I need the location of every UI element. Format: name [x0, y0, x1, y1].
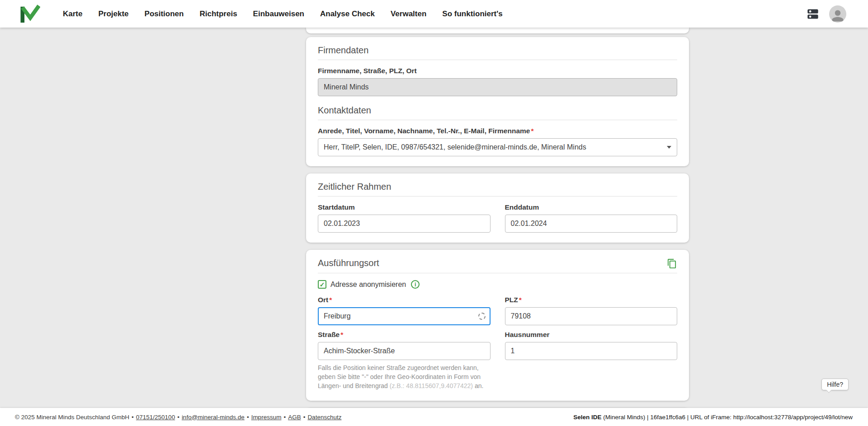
footer-link-datenschutz[interactable]: Datenschutz — [307, 414, 341, 421]
anonymize-checkbox[interactable]: ✓ — [318, 280, 326, 289]
footer-status: Selen IDE (Mineral Minds) | 16fae1ffc6a6… — [573, 414, 853, 421]
card-zeitlicher-rahmen: Zeitlicher Rahmen Startdatum Enddatum — [306, 173, 689, 243]
check-icon: ✓ — [320, 281, 325, 288]
info-icon[interactable]: i — [411, 280, 420, 289]
nav-item-karte[interactable]: Karte — [63, 9, 82, 19]
card-firmendaten: Firmendaten Firmenname, Straße, PLZ, Ort… — [306, 37, 689, 166]
footer-separator: • — [283, 414, 286, 421]
plz-field: PLZ* — [505, 296, 678, 325]
hausnummer-input[interactable] — [505, 342, 678, 360]
section-title-ausfuehrungsort: Ausführungsort — [318, 258, 379, 268]
divider — [318, 120, 677, 120]
startdatum-field: Startdatum — [318, 197, 491, 233]
footer-separator: • — [303, 414, 306, 421]
chevron-down-icon — [667, 146, 671, 149]
ort-input[interactable] — [318, 307, 491, 325]
footer: © 2025 Mineral Minds Deutschland GmbH • … — [0, 408, 868, 426]
plz-label: PLZ* — [505, 296, 678, 304]
main-content: Firmendaten Firmenname, Straße, PLZ, Ort… — [306, 28, 689, 423]
section-title-kontaktdaten: Kontaktdaten — [318, 105, 677, 116]
topbar-actions — [807, 5, 846, 23]
ort-label: Ort* — [318, 296, 491, 304]
nav-item-analyse-check[interactable]: Analyse Check — [320, 9, 375, 19]
kontakt-select[interactable]: Herr, TitelP, Selen, IDE, 0987/654321, s… — [318, 138, 677, 156]
footer-separator: • — [177, 414, 179, 421]
anonymize-label: Adresse anonymisieren — [330, 281, 406, 289]
section-title-firmendaten: Firmendaten — [318, 45, 677, 56]
server-icon[interactable] — [807, 8, 819, 20]
footer-separator: • — [247, 414, 249, 421]
required-asterisk: * — [531, 127, 533, 135]
nav-item-einbauweisen[interactable]: Einbauweisen — [253, 9, 304, 19]
hausnummer-label: Hausnummer — [505, 331, 678, 339]
kontakt-select-value: Herr, TitelP, Selen, IDE, 0987/654321, s… — [324, 143, 586, 151]
top-navigation: Karte Projekte Positionen Richtpreis Ein… — [0, 0, 868, 28]
divider — [318, 273, 677, 273]
mineral-minds-logo-icon — [19, 5, 40, 23]
plz-label-text: PLZ — [505, 296, 518, 304]
enddatum-field: Enddatum — [505, 197, 678, 233]
divider — [318, 60, 677, 60]
firmenname-label: Firmenname, Straße, PLZ, Ort — [318, 67, 677, 75]
nav-item-richtpreis[interactable]: Richtpreis — [199, 9, 237, 19]
nav-item-projekte[interactable]: Projekte — [98, 9, 128, 19]
footer-link-email[interactable]: info@mineral-minds.de — [182, 414, 245, 421]
info-icon-glyph: i — [415, 281, 416, 288]
required-asterisk: * — [519, 296, 522, 304]
startdatum-input[interactable] — [318, 215, 491, 233]
enddatum-input[interactable] — [505, 215, 678, 233]
loading-spinner-icon — [478, 313, 486, 320]
hausnummer-field: Hausnummer — [505, 331, 678, 360]
ort-field: Ort* — [318, 296, 491, 325]
nav-item-positionen[interactable]: Positionen — [145, 9, 184, 19]
firmenname-input[interactable] — [318, 78, 677, 96]
strasse-label: Straße* — [318, 331, 491, 339]
footer-link-phone[interactable]: 07151/250100 — [136, 414, 175, 421]
footer-left: © 2025 Mineral Minds Deutschland GmbH • … — [15, 414, 341, 421]
strasse-field: Straße* — [318, 331, 491, 360]
plz-input[interactable] — [505, 307, 678, 325]
strasse-label-text: Straße — [318, 331, 340, 338]
strasse-input[interactable] — [318, 342, 491, 360]
kontakt-label: Anrede, Titel, Vorname, Nachname, Tel.-N… — [318, 127, 677, 135]
copy-icon[interactable] — [667, 258, 677, 269]
footer-status-details: (Mineral Minds) | 16fae1ffc6a6 | URL of … — [601, 414, 853, 421]
ort-label-text: Ort — [318, 296, 328, 304]
footer-separator: • — [132, 414, 134, 421]
card-ausfuehrungsort: Ausführungsort ✓ Adresse anonymisieren i… — [306, 250, 689, 401]
kontakt-label-text: Anrede, Titel, Vorname, Nachname, Tel.-N… — [318, 127, 530, 135]
card-partial-top — [306, 28, 689, 33]
main-nav: Karte Projekte Positionen Richtpreis Ein… — [63, 9, 503, 19]
copyright-text: © 2025 Mineral Minds Deutschland GmbH — [15, 414, 129, 421]
footer-link-agb[interactable]: AGB — [288, 414, 301, 421]
hint-example: (z.B.: 48.8115607,9.4077422) — [390, 382, 473, 389]
user-icon — [831, 9, 844, 23]
required-asterisk: * — [340, 331, 343, 338]
help-button[interactable]: Hilfe? — [821, 379, 849, 390]
nav-item-so-funktionierts[interactable]: So funktioniert's — [442, 9, 502, 19]
section-title-zeitlicher-rahmen: Zeitlicher Rahmen — [318, 182, 677, 192]
avatar[interactable] — [829, 5, 846, 23]
hint-suffix: an. — [473, 382, 483, 389]
required-asterisk: * — [329, 296, 332, 304]
footer-status-app: Selen IDE — [573, 414, 601, 421]
footer-link-impressum[interactable]: Impressum — [251, 414, 282, 421]
startdatum-label: Startdatum — [318, 203, 491, 211]
nav-item-verwalten[interactable]: Verwalten — [391, 9, 426, 19]
strasse-hint: Falls die Position keiner Straße zugeord… — [318, 364, 491, 391]
enddatum-label: Enddatum — [505, 203, 678, 211]
logo[interactable] — [19, 5, 40, 23]
